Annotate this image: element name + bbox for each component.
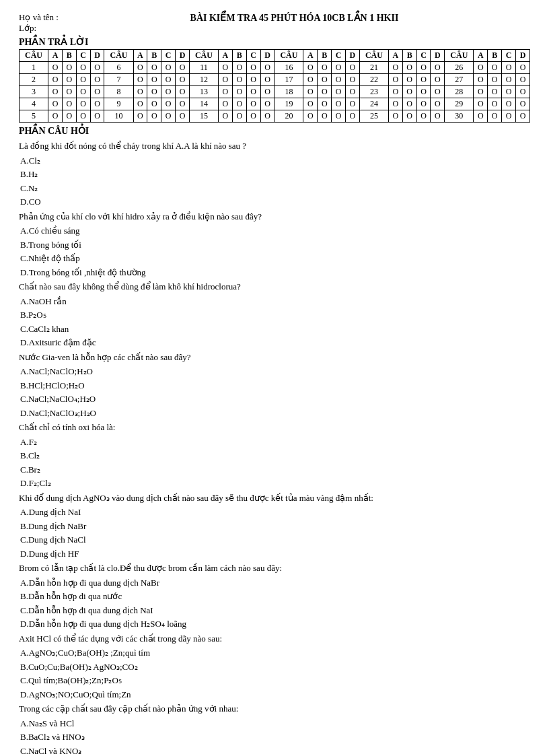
question-9: Trong các cặp chất sau đây cặp chất nào … [19,702,530,756]
question-1: Là đồng khi đốt nóng có thể cháy trong k… [19,139,530,209]
question-4: Nước Gia-ven là hỗn hợp các chất nào sau… [19,351,530,420]
question-5: Chất chỉ có tính oxi hóa là:A.F₂B.Cl₂C.B… [19,421,530,490]
class-label: Lớp: [19,23,59,34]
questions-container: Là đồng khi đốt nóng có thể cháy trong k… [19,139,530,756]
question-7: Brom có lẫn tạp chất là clo.Để thu được … [19,561,530,631]
question-6: Khi đổ dung dịch AgNO₃ vào dung dịch chấ… [19,491,530,561]
header: Họ và tên : Lớp: BÀI KIỂM TRA 45 PHÚT HÓ… [19,12,530,34]
questions-section-title: PHẦN CÂU HỎI [19,125,530,137]
exam-title: BÀI KIỂM TRA 45 PHÚT HÓA 10CB LẦN 1 HKII [59,12,530,24]
answer-section-title: PHẦN TRẢ LỜI [19,36,530,48]
question-3: Chất nào sau đây không thể dùng để làm k… [19,280,530,349]
question-8: Axit HCl có thể tác dụng với các chất tr… [19,632,530,701]
answer-table: CÂU A B C D CÂU A B C D CÂU A B C D CÂU … [19,49,530,123]
question-2: Phản ứng của khí clo với khí hidro xảy r… [19,210,530,279]
name-label: Họ và tên : [19,12,59,23]
